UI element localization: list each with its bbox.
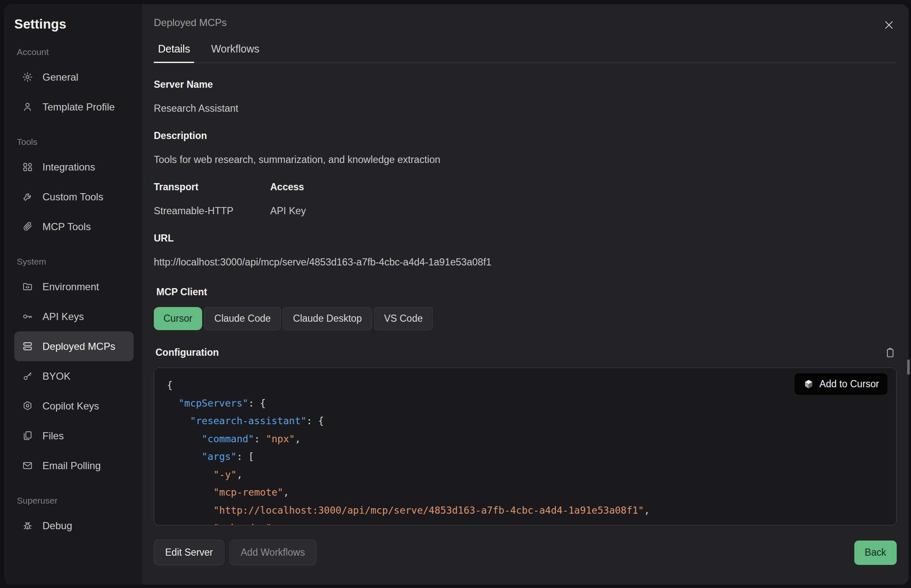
settings-dialog: Settings Account General Template Profil… xyxy=(4,4,908,585)
client-option-vs-code[interactable]: VS Code xyxy=(374,307,433,330)
description-label: Description xyxy=(154,130,897,142)
transport-access-row: Transport Streamable-HTTP Access API Key xyxy=(154,165,897,217)
hexagon-icon xyxy=(22,400,33,412)
sidebar-item-custom-tools[interactable]: Custom Tools xyxy=(14,182,134,212)
code-token: : xyxy=(254,433,266,444)
add-workflows-button[interactable]: Add Workflows xyxy=(229,540,316,565)
code-line: "mcpServers": { xyxy=(167,394,884,412)
transport-label: Transport xyxy=(154,181,270,193)
tab-bar: Details Workflows xyxy=(154,43,897,63)
sidebar-item-integrations[interactable]: Integrations xyxy=(14,152,134,182)
access-label: Access xyxy=(270,181,306,193)
sidebar-item-label: Email Polling xyxy=(42,460,101,472)
sidebar-item-label: General xyxy=(42,71,78,83)
sidebar-item-api-keys[interactable]: API Keys xyxy=(14,302,134,331)
sidebar-item-label: BYOK xyxy=(42,370,71,382)
code-token: "mcp-remote" xyxy=(167,487,283,498)
bug-icon xyxy=(22,520,33,531)
description-value: Tools for web research, summarization, a… xyxy=(154,154,897,165)
code-line: "args": [ xyxy=(167,448,884,466)
client-option-claude-desktop[interactable]: Claude Desktop xyxy=(283,307,372,330)
add-to-cursor-label: Add to Cursor xyxy=(819,378,879,390)
settings-sidebar: Settings Account General Template Profil… xyxy=(4,4,142,585)
url-label: URL xyxy=(154,233,897,244)
code-token: : { xyxy=(248,398,266,409)
sidebar-item-copilot-keys[interactable]: Copilot Keys xyxy=(14,391,134,421)
key-angled-icon xyxy=(22,370,33,382)
sidebar-item-label: Debug xyxy=(42,520,72,532)
close-icon[interactable] xyxy=(882,18,896,32)
panel-title: Deployed MCPs xyxy=(154,17,897,29)
sidebar-item-label: Custom Tools xyxy=(42,191,103,203)
folder-code-icon xyxy=(22,281,33,292)
tab-workflows[interactable]: Workflows xyxy=(207,43,263,63)
code-line: "mcp-remote", xyxy=(167,483,884,501)
code-token: "npx" xyxy=(266,433,295,444)
code-line: "-y", xyxy=(167,466,884,484)
code-token: "--header" xyxy=(167,522,271,525)
sidebar-item-label: Files xyxy=(42,430,64,442)
sidebar-item-byok[interactable]: BYOK xyxy=(14,361,134,391)
code-line: "command": "npx", xyxy=(167,430,884,448)
wrench-icon xyxy=(22,191,33,202)
configuration-code-block[interactable]: { "mcpServers": { "research-assistant": … xyxy=(154,368,897,525)
server-name-value: Research Assistant xyxy=(154,103,897,114)
sidebar-item-deployed-mcps[interactable]: Deployed MCPs xyxy=(14,331,134,361)
access-value: API Key xyxy=(270,205,306,217)
back-button[interactable]: Back xyxy=(854,541,897,565)
gear-icon xyxy=(22,71,33,83)
section-label-tools: Tools xyxy=(17,137,134,147)
code-token: , xyxy=(295,433,301,444)
code-token: "args" xyxy=(167,451,237,462)
code-line: "--header" xyxy=(167,519,884,525)
section-label-superuser: Superuser xyxy=(17,496,134,506)
sidebar-item-debug[interactable]: Debug xyxy=(14,511,134,541)
key-icon xyxy=(22,311,33,322)
deployed-mcps-panel: Deployed MCPs Details Workflows Server N… xyxy=(142,4,908,585)
client-option-claude-code[interactable]: Claude Code xyxy=(204,307,281,330)
code-token: , xyxy=(237,469,242,480)
section-label-account: Account xyxy=(17,47,134,57)
sidebar-title: Settings xyxy=(14,17,134,32)
sidebar-item-label: Integrations xyxy=(42,161,95,173)
code-token: "http://localhost:3000/api/mcp/serve/485… xyxy=(167,505,644,516)
paperclip-icon xyxy=(22,221,33,232)
sidebar-item-general[interactable]: General xyxy=(14,62,134,92)
sidebar-item-label: Template Profile xyxy=(42,101,115,113)
sidebar-item-label: MCP Tools xyxy=(42,221,91,233)
mcp-client-selector: Cursor Claude Code Claude Desktop VS Cod… xyxy=(154,307,897,330)
sidebar-item-label: API Keys xyxy=(42,311,84,323)
mail-icon xyxy=(22,460,33,471)
sidebar-item-template-profile[interactable]: Template Profile xyxy=(14,92,134,122)
copy-icon[interactable] xyxy=(885,347,896,358)
sidebar-item-label: Copilot Keys xyxy=(42,400,99,412)
client-option-cursor[interactable]: Cursor xyxy=(154,307,202,330)
edit-server-button[interactable]: Edit Server xyxy=(154,540,224,565)
configuration-row: Configuration xyxy=(154,347,897,358)
section-label-system: System xyxy=(17,257,134,267)
transport-value: Streamable-HTTP xyxy=(154,205,270,217)
sidebar-item-environment[interactable]: Environment xyxy=(14,272,134,302)
cursor-logo-icon xyxy=(803,378,814,390)
code-token: "mcpServers" xyxy=(167,398,248,409)
sidebar-item-label: Environment xyxy=(42,281,99,293)
code-token: "command" xyxy=(167,433,254,444)
user-icon xyxy=(22,101,33,113)
code-token: "-y" xyxy=(167,469,237,480)
url-value: http://localhost:3000/api/mcp/serve/4853… xyxy=(154,257,897,268)
sidebar-item-label: Deployed MCPs xyxy=(42,341,115,352)
code-token: "research-assistant" xyxy=(167,415,306,426)
mcp-client-label: MCP Client xyxy=(156,286,897,298)
code-token: , xyxy=(644,505,650,516)
scrollbar-thumb[interactable] xyxy=(907,360,910,375)
sidebar-item-email-polling[interactable]: Email Polling xyxy=(14,451,134,480)
sidebar-item-files[interactable]: Files xyxy=(14,421,134,451)
code-token: : { xyxy=(306,415,324,426)
code-token: , xyxy=(283,487,289,498)
server-icon xyxy=(22,341,33,352)
add-to-cursor-button[interactable]: Add to Cursor xyxy=(795,373,887,395)
sidebar-item-mcp-tools[interactable]: MCP Tools xyxy=(14,212,134,242)
blocks-icon xyxy=(22,161,33,173)
configuration-label: Configuration xyxy=(155,347,219,358)
tab-details[interactable]: Details xyxy=(154,43,194,63)
